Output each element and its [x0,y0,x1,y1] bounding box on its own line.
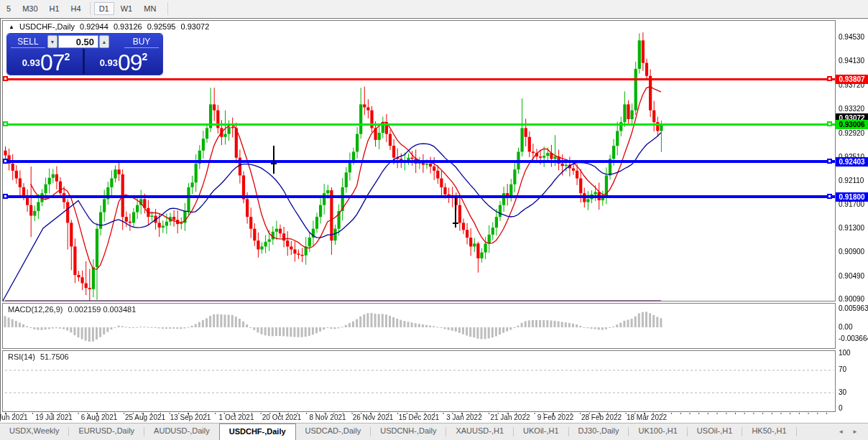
line-price-label-support-blue-lower: 0.91800 [836,192,868,202]
date-label: 21 Jan 2022 [490,413,530,421]
axis-tick-label: 30 [839,388,846,397]
tab-usdcnh-daily[interactable]: USDCNH-,Daily [371,423,445,440]
date-label: 18 Mar 2022 [627,413,667,421]
sell-price-big-digits: 07 [40,50,65,75]
tab-usdx-weekly[interactable]: USDX,Weekly [0,423,68,440]
axis-tick-label: 0.93320 [839,105,864,113]
tab-usdchf-daily[interactable]: USDCHF-,Daily [219,423,296,440]
axis-tick-label: 0 [839,404,843,413]
chart-title: ▲ USDCHF-,Daily 0.92944 0.93126 0.92595 … [9,22,209,31]
horizontal-line-support-blue-lower[interactable] [3,195,835,198]
timeframe-button-h4[interactable]: H4 [66,2,86,15]
ohlc-close: 0.93072 [181,22,210,31]
axis-tick-label: 100 [839,349,851,357]
volume-decrease-button[interactable]: ▼ [47,35,57,48]
toolbar-separator [167,2,168,15]
date-label: 30 Jun 2021 [0,413,28,421]
line-handle-left-support-blue-upper[interactable] [3,159,8,164]
line-handle-right-resistance-red[interactable] [827,76,832,81]
buy-button[interactable]: BUY [124,35,159,48]
line-handle-left-resistance-red[interactable] [3,76,8,81]
axis-tick-label: 0.91300 [839,224,864,233]
line-price-label-support-blue-upper: 0.92403 [836,157,868,167]
axis-tick-label: -0.003664 [839,334,868,343]
tab-uk100-h1[interactable]: UK100-,H1 [629,423,686,440]
horizontal-line-resistance-red[interactable] [3,78,835,80]
timeframe-button-h1[interactable]: H1 [45,2,65,15]
axis-tick-label: 0.94130 [839,57,864,65]
sell-button[interactable]: SELL [11,35,45,48]
axis-tick-label: 0.92110 [839,177,864,185]
chart-window-left-border [0,18,1,421]
date-label: 6 Aug 2021 [81,413,118,421]
axis-tick-label: 0.005963 [839,304,868,313]
axis-tick-label: 0.94530 [839,33,864,42]
line-price-label-support-green: 0.93006 [836,120,868,129]
rsi-value: 51.7506 [40,352,69,361]
volume-input[interactable]: 0.50 [58,35,98,48]
sell-price-prefix: 0.93 [22,57,40,68]
collapse-panel-icon[interactable]: ▲ [9,24,14,30]
tab-xauusd-h1[interactable]: XAUUSD-,H1 [446,423,513,440]
timeframe-button-mn[interactable]: MN [139,2,161,15]
one-click-trading-panel: SELL ▼ 0.50 ▲ BUY 0.93072 0.93092 [7,34,162,75]
axis-tick-label: 0.00 [839,323,852,332]
chart-tab-bar: USDX,WeeklyEURUSD-,DailyAUDUSD-,DailyUSD… [0,423,868,440]
buy-price-prefix: 0.93 [100,57,118,68]
line-handle-right-support-green[interactable] [827,121,832,126]
tab-usdcad-daily[interactable]: USDCAD-,Daily [296,423,371,440]
price-axis[interactable]: 0.945300.941300.937200.933200.929200.925… [836,20,868,422]
date-label: 8 Nov 2021 [309,413,346,421]
timeframe-button-d1[interactable]: D1 [94,2,114,15]
tab-ukoil-h1[interactable]: UKOil-,H1 [514,423,568,440]
date-axis[interactable]: 30 Jun 202119 Jul 20216 Aug 202125 Aug 2… [2,413,836,422]
macd-indicator-label: MACD(12,26,9) 0.002159 0.003481 [8,305,136,314]
date-label: 9 Feb 2022 [537,413,574,421]
horizontal-line-support-green[interactable] [3,123,835,126]
line-handle-right-support-blue-lower[interactable] [827,194,832,199]
date-label: 26 Nov 2021 [353,413,394,421]
tab-dj30-daily[interactable]: DJ30-,Daily [569,423,629,440]
vertical-segment-1-tick [271,163,277,164]
date-label: 1 Oct 2021 [219,413,254,421]
tab-separator [796,427,797,436]
ohlc-high: 0.93126 [114,22,142,31]
buy-price-button[interactable]: 0.93092 [88,50,160,73]
vertical-segment-1[interactable] [273,146,274,174]
tab-hk50-h1[interactable]: HK50-,H1 [742,423,795,440]
chart-symbol-period: USDCHF-,Daily [19,22,75,31]
tab-audusd-daily[interactable]: AUDUSD-,Daily [144,423,219,440]
axis-tick-label: 0.90900 [839,248,864,256]
volume-increase-button[interactable]: ▲ [99,35,109,48]
rsi-name: RSI(14) [8,352,35,361]
macd-name: MACD(12,26,9) [8,305,63,314]
date-label: 25 Aug 2021 [125,413,165,421]
ohlc-low: 0.92595 [147,22,176,31]
line-price-label-resistance-red: 0.93807 [836,75,868,84]
tab-usoil-h1[interactable]: USOil-,H1 [688,423,742,440]
vertical-segment-2-tick [453,223,458,224]
date-label: 19 Jul 2021 [35,413,73,421]
line-handle-left-support-blue-lower[interactable] [3,194,8,199]
timeframe-toolbar: 5M30H1H4D1W1MN [0,0,868,17]
tab-scroll-left-icon[interactable]: ◄ [838,429,844,435]
chart-window-top-border [0,18,868,19]
rsi-pane[interactable] [2,350,836,412]
timeframe-button-m30[interactable]: M30 [17,2,42,15]
macd-values: 0.002159 0.003481 [68,305,136,314]
tab-eurusd-daily[interactable]: EURUSD-,Daily [69,423,144,440]
line-handle-left-support-green[interactable] [3,121,8,126]
date-label: 20 Oct 2021 [262,413,301,421]
axis-tick-label: 70 [839,365,846,374]
timeframe-button-w1[interactable]: W1 [116,2,138,15]
line-handle-right-support-blue-upper[interactable] [827,159,832,164]
ohlc-open: 0.92944 [80,22,108,31]
horizontal-line-support-blue-upper[interactable] [3,160,835,163]
sell-price-button[interactable]: 0.93072 [10,50,82,73]
timeframe-button-5[interactable]: 5 [1,2,16,15]
axis-tick-label: 0.90090 [839,295,864,304]
sell-price-superscript: 2 [65,51,70,62]
panel-divider [83,49,85,74]
tab-scroll-right-icon[interactable]: ► [852,429,858,435]
toolbar-separator [90,2,91,15]
